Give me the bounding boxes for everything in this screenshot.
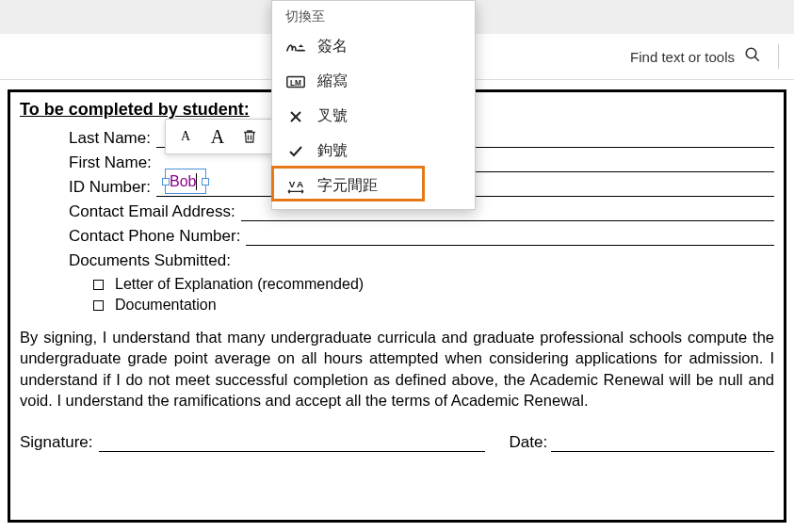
doc-checkbox-row-1: Letter of Explanation (recommended) (93, 276, 774, 293)
menu-item-cross-label: 叉號 (317, 106, 348, 126)
decrease-font-button[interactable]: A (171, 122, 200, 151)
doc1-label: Letter of Explanation (recommended) (115, 276, 364, 293)
check-icon (285, 142, 306, 161)
svg-text:A: A (297, 178, 303, 188)
svg-text:V: V (289, 178, 296, 188)
date-label: Date: (510, 433, 548, 452)
svg-point-0 (746, 48, 756, 58)
svg-text:LM: LM (290, 78, 301, 87)
first-name-label: First Name: (69, 153, 152, 172)
initials-icon: LM (285, 73, 306, 91)
find-tools-label[interactable]: Find text or tools (630, 49, 735, 65)
menu-item-check-label: 鉤號 (317, 141, 348, 161)
checkbox-letter[interactable] (93, 280, 104, 290)
doc-checkbox-row-2: Documentation (93, 297, 774, 314)
delete-button[interactable] (235, 122, 264, 151)
phone-label: Contact Phone Number: (69, 227, 240, 246)
spacing-icon: V A (285, 177, 306, 196)
increase-font-button[interactable]: A (203, 122, 232, 151)
trash-icon (241, 128, 258, 145)
menu-item-initials[interactable]: LM 縮寫 (272, 64, 475, 99)
context-menu: 切換至 簽名 LM 縮寫 叉號 (271, 0, 476, 210)
signature-field[interactable] (99, 435, 485, 452)
menu-item-initials-label: 縮寫 (317, 72, 348, 91)
docs-submitted-label: Documents Submitted: (69, 251, 774, 270)
agreement-text: By signing, I understand that many under… (20, 327, 774, 411)
context-menu-header: 切換至 (272, 1, 475, 29)
menu-item-cross[interactable]: 叉號 (272, 99, 475, 134)
phone-row: Contact Phone Number: (69, 227, 774, 246)
text-annotation-input[interactable]: Bob (165, 169, 206, 194)
id-label: ID Number: (69, 178, 151, 197)
signature-label: Signature: (20, 433, 93, 452)
menu-item-spacing[interactable]: V A 字元間距 (272, 169, 475, 203)
doc2-label: Documentation (115, 297, 217, 314)
signature-icon (285, 38, 306, 56)
menu-item-check[interactable]: 鉤號 (272, 134, 475, 169)
menu-item-spacing-label: 字元間距 (317, 176, 378, 196)
phone-field[interactable] (246, 229, 774, 246)
search-icon[interactable] (744, 46, 761, 67)
menu-item-signature-label: 簽名 (317, 37, 348, 56)
small-a-icon: A (181, 129, 190, 144)
date-field[interactable] (551, 435, 774, 452)
email-label: Contact Email Address: (69, 202, 235, 221)
last-name-label: Last Name: (69, 129, 151, 148)
toolbar-divider (778, 44, 779, 69)
cross-icon (285, 107, 306, 126)
svg-line-1 (754, 56, 759, 61)
text-cursor (196, 173, 197, 190)
big-a-icon: A (211, 126, 224, 148)
signature-row: Signature: Date: (20, 433, 774, 452)
menu-item-signature[interactable]: 簽名 (272, 29, 475, 64)
text-annotation-value: Bob (170, 173, 196, 190)
checkbox-documentation[interactable] (93, 300, 104, 311)
